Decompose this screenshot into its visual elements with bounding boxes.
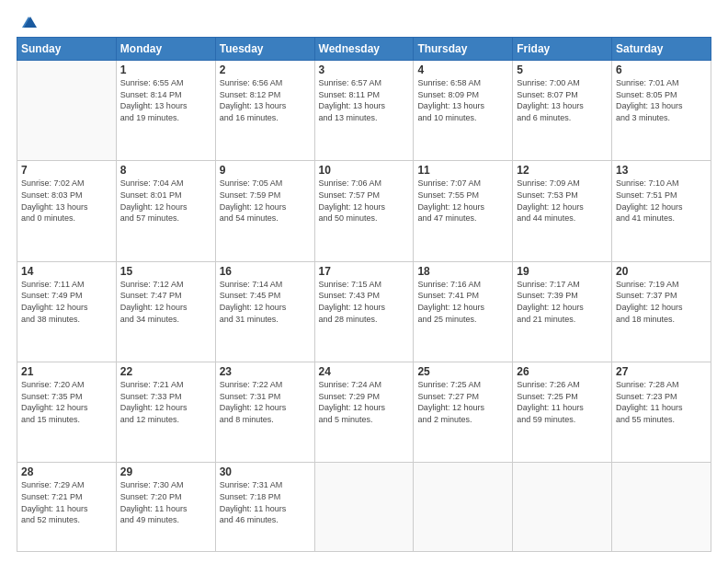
calendar-cell: 7Sunrise: 7:02 AMSunset: 8:03 PMDaylight…	[17, 161, 117, 261]
calendar-cell: 25Sunrise: 7:25 AMSunset: 7:27 PMDayligh…	[414, 362, 513, 463]
day-number: 30	[220, 465, 311, 478]
calendar-cell: 9Sunrise: 7:05 AMSunset: 7:59 PMDaylight…	[215, 161, 314, 261]
day-info: Sunrise: 7:09 AMSunset: 7:53 PMDaylight:…	[517, 178, 608, 224]
day-number: 19	[517, 265, 608, 278]
day-number: 27	[616, 365, 707, 378]
calendar-cell: 23Sunrise: 7:22 AMSunset: 7:31 PMDayligh…	[215, 362, 314, 463]
calendar-cell: 27Sunrise: 7:28 AMSunset: 7:23 PMDayligh…	[612, 362, 711, 463]
page-header	[17, 17, 711, 28]
calendar-cell	[612, 463, 711, 552]
calendar-cell: 4Sunrise: 6:58 AMSunset: 8:09 PMDaylight…	[414, 61, 513, 161]
day-info: Sunrise: 7:10 AMSunset: 7:51 PMDaylight:…	[616, 178, 707, 224]
week-row-2: 7Sunrise: 7:02 AMSunset: 8:03 PMDaylight…	[17, 161, 711, 261]
day-info: Sunrise: 6:58 AMSunset: 8:09 PMDaylight:…	[417, 77, 508, 123]
week-row-4: 21Sunrise: 7:20 AMSunset: 7:35 PMDayligh…	[17, 362, 711, 463]
day-info: Sunrise: 7:26 AMSunset: 7:25 PMDaylight:…	[517, 379, 608, 425]
day-info: Sunrise: 7:24 AMSunset: 7:29 PMDaylight:…	[319, 379, 410, 425]
day-info: Sunrise: 7:11 AMSunset: 7:49 PMDaylight:…	[21, 279, 112, 325]
week-row-3: 14Sunrise: 7:11 AMSunset: 7:49 PMDayligh…	[17, 261, 711, 362]
calendar-cell	[314, 463, 414, 552]
week-row-5: 28Sunrise: 7:29 AMSunset: 7:21 PMDayligh…	[17, 463, 711, 552]
day-number: 7	[21, 164, 112, 177]
calendar-cell	[414, 463, 513, 552]
weekday-header-tuesday: Tuesday	[215, 38, 314, 61]
day-number: 17	[319, 265, 410, 278]
day-info: Sunrise: 7:14 AMSunset: 7:45 PMDaylight:…	[220, 279, 311, 325]
day-number: 15	[120, 265, 211, 278]
day-info: Sunrise: 7:17 AMSunset: 7:39 PMDaylight:…	[517, 279, 608, 325]
day-info: Sunrise: 6:56 AMSunset: 8:12 PMDaylight:…	[220, 77, 311, 123]
day-info: Sunrise: 7:07 AMSunset: 7:55 PMDaylight:…	[417, 178, 508, 224]
day-info: Sunrise: 7:05 AMSunset: 7:59 PMDaylight:…	[220, 178, 311, 224]
calendar-cell: 6Sunrise: 7:01 AMSunset: 8:05 PMDaylight…	[612, 61, 711, 161]
weekday-header-friday: Friday	[513, 38, 612, 61]
day-number: 2	[220, 63, 311, 76]
logo-icon	[18, 15, 39, 31]
day-number: 11	[417, 164, 508, 177]
day-number: 13	[616, 164, 707, 177]
day-number: 12	[517, 164, 608, 177]
calendar-cell: 3Sunrise: 6:57 AMSunset: 8:11 PMDaylight…	[314, 61, 414, 161]
day-info: Sunrise: 7:25 AMSunset: 7:27 PMDaylight:…	[417, 379, 508, 425]
day-info: Sunrise: 7:15 AMSunset: 7:43 PMDaylight:…	[319, 279, 410, 325]
day-info: Sunrise: 7:19 AMSunset: 7:37 PMDaylight:…	[616, 279, 707, 325]
weekday-header-sunday: Sunday	[17, 38, 117, 61]
calendar-cell	[17, 61, 117, 161]
day-number: 16	[220, 265, 311, 278]
day-number: 22	[120, 365, 211, 378]
day-info: Sunrise: 7:16 AMSunset: 7:41 PMDaylight:…	[417, 279, 508, 325]
day-number: 10	[319, 164, 410, 177]
calendar-cell: 10Sunrise: 7:06 AMSunset: 7:57 PMDayligh…	[314, 161, 414, 261]
day-number: 6	[616, 63, 707, 76]
day-number: 21	[21, 365, 112, 378]
day-number: 8	[120, 164, 211, 177]
day-number: 4	[417, 63, 508, 76]
calendar-cell: 30Sunrise: 7:31 AMSunset: 7:18 PMDayligh…	[215, 463, 314, 552]
weekday-header-thursday: Thursday	[414, 38, 513, 61]
calendar-cell: 19Sunrise: 7:17 AMSunset: 7:39 PMDayligh…	[513, 261, 612, 362]
calendar-cell: 14Sunrise: 7:11 AMSunset: 7:49 PMDayligh…	[17, 261, 117, 362]
weekday-header-row: SundayMondayTuesdayWednesdayThursdayFrid…	[17, 38, 711, 61]
day-number: 1	[120, 63, 211, 76]
day-number: 25	[417, 365, 508, 378]
calendar-cell: 5Sunrise: 7:00 AMSunset: 8:07 PMDaylight…	[513, 61, 612, 161]
calendar-cell: 11Sunrise: 7:07 AMSunset: 7:55 PMDayligh…	[414, 161, 513, 261]
day-number: 3	[319, 63, 410, 76]
day-number: 9	[220, 164, 311, 177]
day-info: Sunrise: 7:00 AMSunset: 8:07 PMDaylight:…	[517, 77, 608, 123]
calendar-cell: 2Sunrise: 6:56 AMSunset: 8:12 PMDaylight…	[215, 61, 314, 161]
calendar-cell: 8Sunrise: 7:04 AMSunset: 8:01 PMDaylight…	[116, 161, 215, 261]
day-info: Sunrise: 7:29 AMSunset: 7:21 PMDaylight:…	[21, 479, 112, 525]
day-info: Sunrise: 7:12 AMSunset: 7:47 PMDaylight:…	[120, 279, 211, 325]
day-info: Sunrise: 7:20 AMSunset: 7:35 PMDaylight:…	[21, 379, 112, 425]
calendar-cell: 1Sunrise: 6:55 AMSunset: 8:14 PMDaylight…	[116, 61, 215, 161]
calendar-cell: 21Sunrise: 7:20 AMSunset: 7:35 PMDayligh…	[17, 362, 117, 463]
calendar-cell: 16Sunrise: 7:14 AMSunset: 7:45 PMDayligh…	[215, 261, 314, 362]
calendar-cell: 26Sunrise: 7:26 AMSunset: 7:25 PMDayligh…	[513, 362, 612, 463]
weekday-header-saturday: Saturday	[612, 38, 711, 61]
day-info: Sunrise: 7:06 AMSunset: 7:57 PMDaylight:…	[319, 178, 410, 224]
day-number: 29	[120, 465, 211, 478]
day-info: Sunrise: 7:01 AMSunset: 8:05 PMDaylight:…	[616, 77, 707, 123]
day-info: Sunrise: 7:22 AMSunset: 7:31 PMDaylight:…	[220, 379, 311, 425]
day-info: Sunrise: 6:57 AMSunset: 8:11 PMDaylight:…	[319, 77, 410, 123]
day-info: Sunrise: 7:31 AMSunset: 7:18 PMDaylight:…	[220, 479, 311, 525]
calendar-cell: 13Sunrise: 7:10 AMSunset: 7:51 PMDayligh…	[612, 161, 711, 261]
day-number: 5	[517, 63, 608, 76]
day-number: 23	[220, 365, 311, 378]
day-number: 26	[517, 365, 608, 378]
calendar-cell: 28Sunrise: 7:29 AMSunset: 7:21 PMDayligh…	[17, 463, 117, 552]
day-info: Sunrise: 7:04 AMSunset: 8:01 PMDaylight:…	[120, 178, 211, 224]
week-row-1: 1Sunrise: 6:55 AMSunset: 8:14 PMDaylight…	[17, 61, 711, 161]
calendar-cell: 17Sunrise: 7:15 AMSunset: 7:43 PMDayligh…	[314, 261, 414, 362]
day-number: 20	[616, 265, 707, 278]
day-info: Sunrise: 6:55 AMSunset: 8:14 PMDaylight:…	[120, 77, 211, 123]
day-info: Sunrise: 7:02 AMSunset: 8:03 PMDaylight:…	[21, 178, 112, 224]
calendar-cell: 24Sunrise: 7:24 AMSunset: 7:29 PMDayligh…	[314, 362, 414, 463]
logo	[17, 17, 39, 28]
calendar-cell: 18Sunrise: 7:16 AMSunset: 7:41 PMDayligh…	[414, 261, 513, 362]
day-number: 18	[417, 265, 508, 278]
calendar-cell: 15Sunrise: 7:12 AMSunset: 7:47 PMDayligh…	[116, 261, 215, 362]
day-info: Sunrise: 7:28 AMSunset: 7:23 PMDaylight:…	[616, 379, 707, 425]
calendar-cell: 22Sunrise: 7:21 AMSunset: 7:33 PMDayligh…	[116, 362, 215, 463]
